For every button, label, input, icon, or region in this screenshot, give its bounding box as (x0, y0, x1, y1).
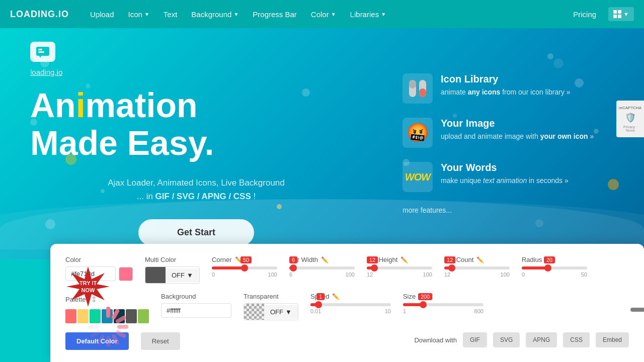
multi-color-toggle-btn[interactable]: OFF ▼ (166, 268, 199, 282)
size-track[interactable]: 200 (403, 303, 484, 306)
svg-rect-11 (117, 325, 128, 329)
chevron-down-icon: ▼ (331, 12, 336, 17)
gif-button[interactable]: GIF (463, 332, 487, 347)
radius-field: Radius ✏️ 20 0 50 (522, 256, 587, 278)
reset-button[interactable]: Reset (141, 332, 180, 350)
badge-text: TRY IT NOW (79, 280, 97, 294)
multi-color-toggle[interactable]: OFF ▼ (145, 266, 200, 284)
bar-height-slider: 12 12 100 (367, 266, 432, 278)
transparent-toggle-btn[interactable]: OFF ▼ (264, 305, 298, 319)
more-features-link[interactable]: more features... (403, 206, 624, 214)
logo[interactable]: LOADING.IO (10, 9, 69, 20)
size-label: Size (403, 293, 416, 300)
bar-height-track[interactable]: 12 (367, 266, 432, 269)
speed-labels: 0.01 10 (310, 308, 391, 314)
bar-width-field: Bar Width ✏️ 6 6 100 (289, 256, 355, 278)
nav-libraries[interactable]: Libraries ▼ (344, 6, 392, 23)
color-label: Color (65, 256, 133, 263)
background-field: Background (161, 293, 231, 318)
bar-count-thumb[interactable] (448, 264, 455, 272)
corner-labels: 0 100 (212, 272, 277, 278)
multi-color-label: Multi Color (145, 256, 200, 263)
nav-text[interactable]: Text (157, 6, 184, 23)
corner-thumb[interactable] (241, 264, 248, 272)
bar-width-value: 6 (289, 256, 297, 263)
chevron-down-icon: ▼ (187, 272, 193, 279)
radius-label: Radius (522, 256, 542, 263)
color-swatch[interactable] (119, 267, 133, 281)
hero-right: Icon Library animate any icons from our … (392, 63, 644, 224)
nav-color[interactable]: Color ▼ (305, 6, 342, 23)
download-section: Download with GIF SVG APNG CSS Embed (414, 332, 629, 347)
editor-row-1: Color Multi Color OFF ▼ Corner ✏️ (65, 256, 629, 284)
transparent-color-box (244, 304, 264, 320)
svg-rect-16 (90, 330, 101, 339)
svg-rect-14 (106, 336, 110, 347)
radius-thumb[interactable] (544, 264, 551, 272)
bar-height-labels: 12 100 (367, 272, 432, 278)
feature-text: Your Image upload and animate image with… (441, 118, 594, 142)
your-words-icon: WOW (403, 162, 433, 192)
hero-link[interactable]: loading.io (30, 68, 362, 76)
download-label: Download with (414, 336, 457, 344)
embed-button[interactable]: Embed (596, 332, 629, 347)
radius-track[interactable]: 20 (522, 266, 587, 269)
feature-icon-library: Icon Library animate any icons from our … (403, 73, 624, 104)
bar-count-track[interactable]: 12 (444, 266, 510, 269)
hero-title: Animation Made Easy. (30, 86, 362, 162)
edit-icon[interactable]: ✏️ (476, 256, 484, 263)
palette-swatch[interactable] (65, 309, 76, 323)
nav-icon[interactable]: Icon ▼ (122, 6, 155, 23)
corner-field: Corner ✏️ 50 0 100 (212, 256, 277, 278)
loader-preview (78, 297, 138, 357)
multi-color-field: Multi Color OFF ▼ (145, 256, 200, 284)
nav-upload[interactable]: Upload (84, 6, 120, 23)
bar-width-track[interactable]: 6 (289, 266, 355, 269)
hero-left: loading.io Animation Made Easy. Ajax Loa… (0, 28, 392, 259)
editor-panel: Color Multi Color OFF ▼ Corner ✏️ (50, 244, 644, 362)
speed-thumb[interactable] (315, 301, 322, 308)
speed-field: Speed ✏️ 1 0.01 10 (310, 293, 391, 314)
corner-track[interactable]: 50 (212, 266, 277, 269)
edit-icon[interactable]: ✏️ (400, 256, 408, 263)
edit-icon[interactable]: ✏️ (321, 256, 329, 263)
svg-rect-8 (106, 307, 110, 318)
size-value: 200 (418, 293, 432, 300)
background-input[interactable] (161, 303, 231, 318)
palette-swatch[interactable] (138, 309, 149, 323)
nav-grid-button[interactable]: ▼ (608, 7, 634, 21)
feature-your-words: WOW Your Words make unique text animatio… (403, 162, 624, 192)
svg-rect-9 (111, 308, 120, 320)
radius-value: 20 (544, 256, 555, 263)
svg-rect-2 (38, 51, 44, 53)
size-labels: 1 800 (403, 308, 484, 314)
bar-width-thumb[interactable] (290, 264, 297, 272)
hero-subtitle: Ajax Loader, Animated Icons, Live Backgr… (30, 176, 362, 203)
bar-height-thumb[interactable] (371, 264, 378, 272)
shield-icon: 🛡️ (618, 112, 642, 123)
bar-count-field: Bar Count ✏️ 12 12 100 (444, 256, 510, 278)
get-start-button[interactable]: Get Start (138, 219, 254, 246)
css-button[interactable]: CSS (563, 332, 590, 347)
chevron-down-icon: ▼ (285, 308, 292, 316)
corner-label: Corner (212, 256, 232, 263)
apng-button[interactable]: APNG (526, 332, 557, 347)
nav-background[interactable]: Background ▼ (185, 6, 245, 23)
size-thumb[interactable] (420, 301, 427, 308)
nav-pricing[interactable]: Pricing (567, 6, 602, 23)
speed-track[interactable]: 1 (310, 303, 391, 306)
edit-icon[interactable]: ✏️ (332, 293, 340, 300)
spinner-svg (78, 297, 138, 357)
nav-items: Upload Icon ▼ Text Background ▼ Progress… (84, 6, 567, 23)
chevron-down-icon: ▼ (623, 11, 629, 17)
bar-width-slider: 6 6 100 (289, 266, 355, 278)
bar-count-value: 12 (444, 256, 455, 263)
transparent-toggle-group: OFF ▼ (244, 303, 298, 320)
svg-rect-1 (38, 49, 42, 50)
nav-progress-bar[interactable]: Progress Bar (247, 6, 303, 23)
svg-button[interactable]: SVG (493, 332, 520, 347)
hero-icon (30, 42, 55, 62)
speed-value: 1 (316, 293, 325, 300)
grid-icon (613, 10, 621, 18)
svg-rect-18 (90, 315, 101, 324)
